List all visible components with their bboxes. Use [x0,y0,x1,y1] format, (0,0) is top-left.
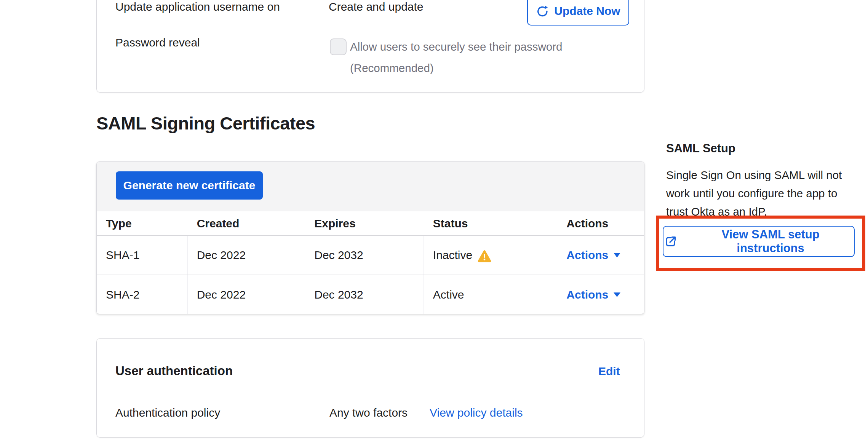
user-authentication-card: User authentication Edit Authentication … [96,338,644,438]
certificates-toolbar: Generate new certificate [97,162,644,211]
cert-status-cell: Active [424,275,558,314]
saml-setup-description: Single Sign On using SAML will not work … [666,166,842,221]
warning-icon [478,250,491,262]
column-header-type: Type [97,211,188,235]
view-saml-setup-instructions-button[interactable]: View SAML setup instructions [663,226,855,257]
column-header-created: Created [188,211,305,235]
sign-on-settings-card: Update application username on Create an… [96,0,644,93]
password-reveal-description-line2: (Recommended) [350,58,562,79]
update-now-button[interactable]: Update Now [527,0,629,26]
certificates-table-header: Type Created Expires Status Actions [97,211,644,236]
okta-app-settings-page: Update application username on Create an… [0,0,868,441]
saml-setup-description-line2: work until you configure the app to [666,184,842,203]
page-section-title: SAML Signing Certificates [96,113,315,134]
saml-certificates-card: Generate new certificate Type Created Ex… [96,161,644,314]
chevron-down-icon [614,253,620,257]
generate-certificate-button[interactable]: Generate new certificate [116,171,263,200]
view-policy-details-link[interactable]: View policy details [430,406,523,419]
cert-actions-cell: Actions [557,236,644,275]
actions-dropdown-button[interactable]: Actions [566,249,620,262]
cert-expires-cell: Dec 2032 [305,275,424,314]
cert-created-cell: Dec 2022 [188,236,305,275]
view-saml-setup-instructions-label: View SAML setup instructions [687,228,854,255]
cert-created-cell: Dec 2022 [188,275,305,314]
user-authentication-title: User authentication [115,364,233,378]
password-reveal-checkbox[interactable] [330,38,347,55]
saml-setup-title: SAML Setup [666,142,735,155]
authentication-policy-label: Authentication policy [115,406,220,419]
saml-setup-description-line1: Single Sign On using SAML will not [666,166,842,184]
cert-type-cell: SHA-1 [97,236,188,275]
column-header-actions: Actions [557,211,644,235]
actions-dropdown-button[interactable]: Actions [566,288,620,301]
update-username-value: Create and update [329,0,424,13]
update-username-label: Update application username on [115,0,280,13]
column-header-expires: Expires [305,211,424,235]
password-reveal-label: Password reveal [115,36,200,49]
password-reveal-description: Allow users to securely see their passwo… [350,36,562,79]
cert-type-cell: SHA-2 [97,275,188,314]
chevron-down-icon [614,292,620,297]
cert-status-text: Inactive [433,249,472,262]
authentication-policy-value: Any two factors [329,406,408,419]
certificate-row-sha1: SHA-1 Dec 2022 Dec 2032 Inactive Actions [97,236,644,275]
cert-status-text: Active [433,288,464,301]
certificate-row-sha2: SHA-2 Dec 2022 Dec 2032 Active Actions [97,275,644,314]
cert-status-cell: Inactive [424,236,558,275]
external-link-icon [663,234,678,249]
cert-expires-cell: Dec 2032 [305,236,424,275]
refresh-icon [536,5,549,18]
actions-dropdown-label: Actions [566,249,608,262]
actions-dropdown-label: Actions [566,288,608,301]
password-reveal-description-line1: Allow users to securely see their passwo… [350,36,562,58]
update-now-label: Update Now [554,5,620,18]
cert-actions-cell: Actions [557,275,644,314]
edit-link[interactable]: Edit [598,365,620,378]
column-header-status: Status [424,211,558,235]
